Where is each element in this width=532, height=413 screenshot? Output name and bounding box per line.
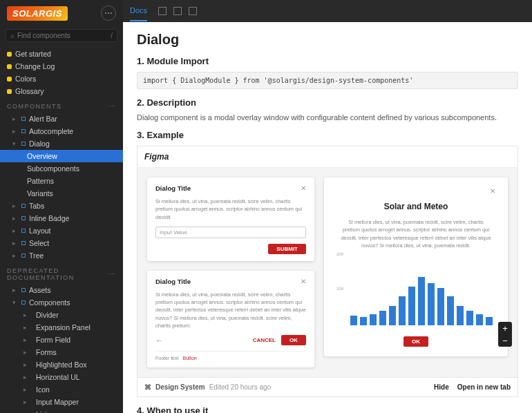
close-icon[interactable]: ✕ xyxy=(301,278,306,285)
sidebar-item-tabs[interactable]: ▸Tabs xyxy=(0,200,123,212)
shortcut-hint: / xyxy=(111,32,113,39)
logo-row: SOLARGIS ⋯ xyxy=(0,0,123,26)
chart: 200100 xyxy=(336,256,495,325)
tab-docs[interactable]: Docs xyxy=(130,1,147,21)
view-icon-3[interactable] xyxy=(189,7,197,15)
search-input[interactable] xyxy=(17,32,111,39)
sidebar-item-dialog[interactable]: ▾Dialog xyxy=(0,137,123,150)
ok-button[interactable]: OK xyxy=(403,336,428,347)
zoom-control[interactable]: +− xyxy=(498,322,512,347)
section-deprecated: DEPRECATEDDOCUMENTATION⋯ xyxy=(0,262,123,284)
chart-bar xyxy=(370,314,377,325)
h-import: 1. Module Import xyxy=(137,56,518,66)
sidebar-item-assets[interactable]: ▸Assets xyxy=(0,284,123,296)
h-when: 4. When to use it xyxy=(137,405,518,413)
chart-bar xyxy=(408,287,415,325)
sidebar-item-input-mapper[interactable]: ▸Input Mapper xyxy=(0,396,123,408)
brand-logo: SOLARGIS xyxy=(7,6,68,21)
close-icon[interactable]: ✕ xyxy=(301,184,306,192)
dialog-card-2: Dialog Title✕ Si meliora dies, ut vina, … xyxy=(147,271,314,367)
footer-button[interactable]: Button xyxy=(182,356,196,361)
sidebar-item-overview[interactable]: Overview xyxy=(0,150,123,162)
search-input-wrap[interactable]: ⌕ / xyxy=(6,29,117,42)
sidebar-item-select[interactable]: ▸Select xyxy=(0,237,123,249)
sidebar-item-glossary[interactable]: Glossary xyxy=(0,85,123,97)
search-icon: ⌕ xyxy=(10,32,15,39)
zoom-in-icon[interactable]: + xyxy=(498,322,512,334)
figma-embed: Figma Dialog Title✕ Si meliora dies, ut … xyxy=(137,146,518,397)
sidebar-item-list[interactable]: ▸List xyxy=(0,408,123,413)
zoom-out-icon[interactable]: − xyxy=(498,334,512,347)
chart-bar xyxy=(466,311,473,325)
figma-footer: ⌘Design SystemEdited 20 hours ago HideOp… xyxy=(137,377,517,396)
sidebar: SOLARGIS ⋯ ⌕ / Get startedChange LogColo… xyxy=(0,0,123,413)
ok-button[interactable]: OK xyxy=(281,335,306,345)
sidebar-item-form-field[interactable]: ▸Form Field xyxy=(0,334,123,346)
dialog-card-3: ✕ Solar and Meteo Si meliora dies, ut vi… xyxy=(324,177,508,356)
cancel-button[interactable]: CANCEL xyxy=(253,337,276,343)
footer-text: Footer text xyxy=(155,356,178,361)
dialog2-title: Dialog Title xyxy=(155,278,191,285)
sidebar-item-autocomplete[interactable]: ▸Autocomplete xyxy=(0,125,123,137)
chart-bar xyxy=(350,316,357,325)
sidebar-item-inline-badge[interactable]: ▸Inline Badge xyxy=(0,212,123,224)
chart-bar xyxy=(486,317,493,325)
edited-label: Edited 20 hours ago xyxy=(209,383,272,391)
content: Dialog 1. Module Import import { DialogM… xyxy=(123,22,532,413)
tabbar: Docs xyxy=(123,0,532,22)
open-new-tab-button[interactable]: Open in new tab xyxy=(457,383,511,391)
sidebar-item-get-started[interactable]: Get started xyxy=(0,48,123,60)
sidebar-item-horizontal-ul[interactable]: ▸Horizontal UL xyxy=(0,371,123,383)
sidebar-item-subcomponents[interactable]: Subcomponents xyxy=(0,162,123,175)
hide-button[interactable]: Hide xyxy=(434,383,449,391)
dialog-card-1: Dialog Title✕ Si meliora dies, ut vina, … xyxy=(147,177,314,261)
code-block: import { DialogModule } from '@solargis/… xyxy=(137,72,518,89)
chart-bar xyxy=(437,288,444,325)
page-title: Dialog xyxy=(137,32,518,48)
back-icon[interactable]: ← xyxy=(155,336,163,345)
sidebar-item-forms[interactable]: ▸Forms xyxy=(0,346,123,358)
figma-canvas: Dialog Title✕ Si meliora dies, ut vina, … xyxy=(137,168,517,377)
chart-bar xyxy=(447,296,454,325)
submit-button[interactable]: SUBMIT xyxy=(268,244,306,254)
sidebar-item-colors[interactable]: Colors xyxy=(0,73,123,85)
chart-bar xyxy=(418,277,425,326)
dialog3-title: Solar and Meteo xyxy=(384,202,448,211)
dialog3-text: Si meliora dies, ut vina, poemata reddit… xyxy=(339,218,493,249)
dialog2-text: Si meliora dies, ut vina, poemata reddit… xyxy=(155,291,306,329)
ds-label: Design System xyxy=(155,383,205,391)
sidebar-item-highlighted-box[interactable]: ▸Highlighted Box xyxy=(0,358,123,371)
more-icon[interactable]: ⋯ xyxy=(101,6,116,21)
close-icon[interactable]: ✕ xyxy=(490,187,495,195)
sidebar-item-tree[interactable]: ▸Tree xyxy=(0,249,123,262)
chart-bar xyxy=(379,311,386,325)
chart-bar xyxy=(360,317,367,325)
h-desc: 2. Description xyxy=(137,97,518,108)
chart-bar xyxy=(457,306,464,325)
h-example: 3. Example xyxy=(137,130,518,140)
sidebar-item-patterns[interactable]: Patterns xyxy=(0,175,123,187)
tab-view-icons xyxy=(158,7,197,15)
chart-bar xyxy=(428,283,435,325)
dialog1-text: Si meliora dies, ut vina, poemata reddit… xyxy=(155,198,306,221)
chart-bar xyxy=(389,306,396,325)
figma-icon: ⌘ xyxy=(144,383,151,391)
chart-bar xyxy=(476,314,483,325)
main: Docs Dialog 1. Module Import import { Di… xyxy=(123,0,532,413)
sidebar-item-icon[interactable]: ▸Icon xyxy=(0,383,123,396)
sidebar-item-layout[interactable]: ▸Layout xyxy=(0,224,123,237)
sidebar-item-variants[interactable]: Variants xyxy=(0,187,123,200)
sidebar-item-divider[interactable]: ▸Divider xyxy=(0,309,123,321)
desc-text: Dialog component is a modal overlay wind… xyxy=(137,113,518,122)
dialog1-title: Dialog Title xyxy=(155,184,191,192)
sidebar-item-alert-bar[interactable]: ▸Alert Bar xyxy=(0,113,123,125)
section-components: COMPONENTS⋯ xyxy=(0,97,123,113)
sidebar-item-deprecated-components[interactable]: ▾Components xyxy=(0,296,123,309)
figma-header: Figma xyxy=(137,146,517,168)
sidebar-item-change-log[interactable]: Change Log xyxy=(0,60,123,73)
dialog1-input[interactable]: Input Value xyxy=(155,227,306,238)
view-icon-1[interactable] xyxy=(158,7,167,15)
sidebar-item-expansion-panel[interactable]: ▸Expansion Panel xyxy=(0,321,123,334)
view-icon-2[interactable] xyxy=(173,7,182,15)
chart-bar xyxy=(399,296,406,325)
